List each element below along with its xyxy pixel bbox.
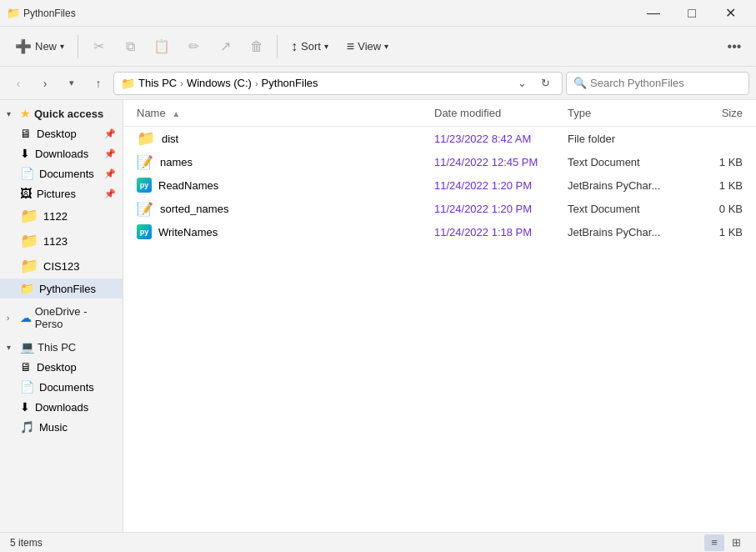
file-size: 1 KB <box>684 179 743 192</box>
copy-button[interactable]: ⧉ <box>115 32 145 62</box>
rename-button[interactable]: ✏ <box>178 32 208 62</box>
address-folder-icon: 📁 <box>121 77 135 90</box>
file-list: 📁 dist 11/23/2022 8:42 AM File folder 📝 … <box>123 127 756 532</box>
search-icon: 🔍 <box>573 77 587 89</box>
sidebar-quick-access-header[interactable]: ▾ ★ Quick access <box>0 103 123 123</box>
paste-button[interactable]: 📋 <box>147 32 177 62</box>
sidebar-quick-access-section: ▾ ★ Quick access 🖥 Desktop 📌 ⬇ Downloads… <box>0 103 123 299</box>
address-dropdown-button[interactable]: ⌄ <box>512 73 532 93</box>
thispc-documents-label: Documents <box>39 381 94 394</box>
sidebar-thispc-downloads[interactable]: ⬇ Downloads <box>0 397 123 417</box>
minimize-button[interactable]: — <box>634 0 673 27</box>
toolbar: ➕ New ▾ ✂ ⧉ 📋 ✏ ↗ 🗑 ↕ Sort ▾ ≡ View ▾ ••… <box>0 27 756 67</box>
sidebar-item-desktop-quick[interactable]: 🖥 Desktop 📌 <box>0 123 123 143</box>
file-name-cell: 📝 sorted_names <box>137 201 434 217</box>
sort-icon: ↕ <box>291 39 298 54</box>
folder-1122-icon: 📁 <box>20 207 38 225</box>
col-name-header[interactable]: Name ▲ <box>137 107 434 119</box>
thispc-label: This PC <box>38 341 76 354</box>
documents-icon: 📄 <box>20 167 34 180</box>
address-bar[interactable]: 📁 This PC › Windows (C:) › PythonFiles ⌄… <box>113 72 563 95</box>
thispc-downloads-label: Downloads <box>35 401 88 414</box>
file-size: 1 KB <box>684 156 743 168</box>
sidebar-item-pythonfiles[interactable]: 📁 PythonFiles <box>0 279 123 299</box>
sidebar-item-pictures-quick[interactable]: 🖼 Pictures 📌 <box>0 183 123 203</box>
up-button[interactable]: ↑ <box>87 72 110 95</box>
sidebar-item-downloads-quick[interactable]: ⬇ Downloads 📌 <box>0 143 123 163</box>
file-date: 11/24/2022 12:45 PM <box>434 156 568 168</box>
sort-button[interactable]: ↕ Sort ▾ <box>283 32 337 62</box>
back-button[interactable]: ‹ <box>7 72 30 95</box>
file-row[interactable]: 📝 sorted_names 11/24/2022 1:20 PM Text D… <box>123 197 756 220</box>
file-name: ReadNames <box>158 179 218 192</box>
cut-button[interactable]: ✂ <box>83 32 113 62</box>
maximize-button[interactable]: □ <box>673 0 711 27</box>
sidebar-item-1123[interactable]: 📁 1123 <box>0 228 123 253</box>
view-toggle-buttons: ≡ ⊞ <box>704 534 746 551</box>
quick-access-label: Quick access <box>34 108 103 120</box>
desktop-icon: 🖥 <box>20 127 32 140</box>
file-row[interactable]: py WriteNames 11/24/2022 1:18 PM JetBrai… <box>123 220 756 243</box>
main-layout: ▾ ★ Quick access 🖥 Desktop 📌 ⬇ Downloads… <box>0 100 756 532</box>
onedrive-icon: ☁ <box>20 311 32 324</box>
large-icons-view-button[interactable]: ⊞ <box>726 534 746 551</box>
file-date: 11/24/2022 1:20 PM <box>434 179 568 192</box>
file-row[interactable]: 📁 dist 11/23/2022 8:42 AM File folder <box>123 127 756 150</box>
delete-button[interactable]: 🗑 <box>242 32 272 62</box>
sidebar-item-cis123-label: CIS123 <box>43 260 79 273</box>
address-refresh-button[interactable]: ↻ <box>535 73 555 93</box>
toolbar-sep-1 <box>78 35 78 58</box>
search-bar[interactable]: 🔍 <box>566 72 749 95</box>
file-name: names <box>160 156 193 168</box>
sidebar-thispc-desktop[interactable]: 🖥 Desktop <box>0 357 123 377</box>
close-button[interactable]: ✕ <box>711 0 749 27</box>
file-name: dist <box>162 133 178 145</box>
col-date-label: Date modified <box>434 107 501 119</box>
sidebar-onedrive-header[interactable]: › ☁ OneDrive - Perso <box>0 302 123 334</box>
sidebar-item-documents-quick[interactable]: 📄 Documents 📌 <box>0 163 123 183</box>
new-button[interactable]: ➕ New ▾ <box>7 32 73 62</box>
search-input[interactable] <box>590 77 742 89</box>
title-bar-left: 📁 PythonFiles <box>7 7 76 20</box>
toolbar-sep-2 <box>277 35 278 58</box>
breadcrumb: This PC › Windows (C:) › PythonFiles <box>138 77 318 89</box>
sidebar-thispc-header[interactable]: ▾ 💻 This PC <box>0 337 123 357</box>
sort-label: Sort <box>301 40 321 53</box>
share-button[interactable]: ↗ <box>210 32 240 62</box>
col-date-header[interactable]: Date modified <box>434 107 568 119</box>
recent-button[interactable]: ▾ <box>60 72 83 95</box>
col-type-header[interactable]: Type <box>568 107 684 119</box>
sidebar-thispc-documents[interactable]: 📄 Documents <box>0 377 123 397</box>
breadcrumb-drive[interactable]: Windows (C:) <box>187 77 252 89</box>
thispc-desktop-icon: 🖥 <box>20 360 32 374</box>
forward-button[interactable]: › <box>33 72 57 95</box>
window-icon: 📁 <box>7 7 20 20</box>
sidebar-thispc-music[interactable]: 🎵 Music <box>0 417 123 437</box>
file-name-cell: 📁 dist <box>137 129 434 148</box>
file-type: Text Document <box>568 156 684 168</box>
more-button[interactable]: ••• <box>719 32 749 62</box>
file-name: sorted_names <box>160 203 228 215</box>
file-size: 1 KB <box>684 226 743 238</box>
view-label: View <box>358 40 381 53</box>
view-button[interactable]: ≡ View ▾ <box>338 32 397 62</box>
desktop-pin-icon: 📌 <box>104 128 116 139</box>
new-icon: ➕ <box>15 38 32 54</box>
col-size-label: Size <box>722 107 743 119</box>
file-date: 11/24/2022 1:18 PM <box>434 226 568 238</box>
view-dropdown-icon: ▾ <box>384 42 388 51</box>
breadcrumb-thispc[interactable]: This PC <box>138 77 177 89</box>
details-view-button[interactable]: ≡ <box>704 534 724 551</box>
col-size-header[interactable]: Size <box>684 107 743 119</box>
sidebar-item-cis123[interactable]: 📁 CIS123 <box>0 253 123 279</box>
file-type: File folder <box>568 133 684 145</box>
breadcrumb-current[interactable]: PythonFiles <box>262 77 318 89</box>
new-label: New <box>35 40 57 53</box>
sidebar-item-desktop-label: Desktop <box>37 128 77 140</box>
file-type: JetBrains PyChar... <box>568 226 684 238</box>
file-row[interactable]: 📝 names 11/24/2022 12:45 PM Text Documen… <box>123 150 756 173</box>
file-name-cell: py WriteNames <box>137 224 434 239</box>
sidebar-item-1122[interactable]: 📁 1122 <box>0 203 123 228</box>
file-row[interactable]: py ReadNames 11/24/2022 1:20 PM JetBrain… <box>123 173 756 197</box>
folder-1123-icon: 📁 <box>20 232 38 250</box>
